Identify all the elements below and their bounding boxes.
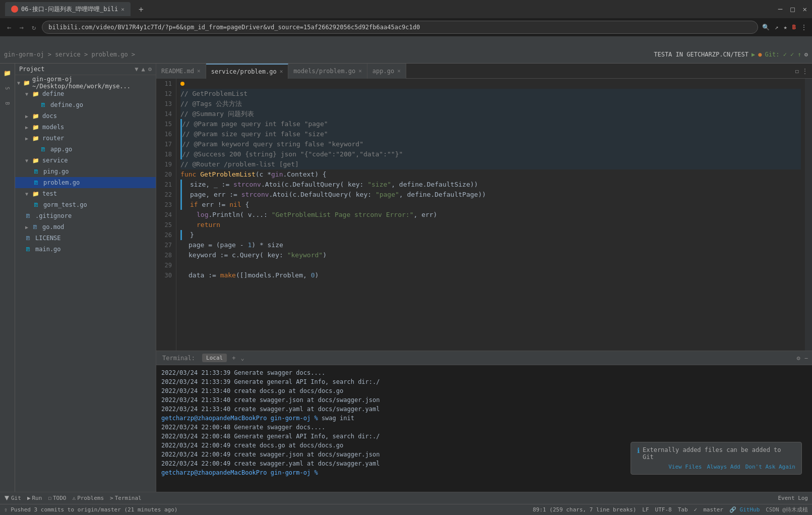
line-num-23: 23 <box>156 200 172 210</box>
err-var: , err) <box>413 210 437 220</box>
tab-app-go-close[interactable]: ✕ <box>397 68 401 74</box>
expand-all-icon[interactable]: ▲ <box>142 66 145 73</box>
todo-icon: ☐ <box>48 495 51 501</box>
search-icon[interactable]: 🔍 <box>762 24 770 31</box>
tab-service-problem-close[interactable]: ✕ <box>280 68 283 75</box>
sidebar-item-license[interactable]: 🖹 LICENSE <box>15 233 156 244</box>
pkg-strconv: strconv <box>233 180 261 190</box>
sidebar-item-gorm-test[interactable]: 🖹 gorm_test.go <box>15 199 156 210</box>
terminal-minimize-icon[interactable]: − <box>804 355 808 362</box>
pkg-log: log <box>197 210 208 220</box>
sidebar-item-define-go[interactable]: 🖹 define.go <box>15 99 156 110</box>
tab-readme-close[interactable]: ✕ <box>197 68 201 74</box>
terminal-bottom-item[interactable]: > Terminal <box>110 495 142 501</box>
todo-bottom-item[interactable]: ☐ TODO <box>48 495 66 501</box>
fn-context: .Context) { <box>283 169 327 180</box>
run-icon: ▶ <box>27 495 31 501</box>
sidebar-item-docs[interactable]: ▶ 📁 docs <box>15 110 156 122</box>
gitignore-label: .gitignore <box>35 212 72 219</box>
tree-item-root[interactable]: ▼ 📁 gin-gorm-oj ~/Desktop/home/work/myse… <box>15 77 156 88</box>
terminal-add-icon[interactable]: + <box>232 355 235 362</box>
line-num-30: 30 <box>156 270 172 280</box>
view-files-link[interactable]: View Files <box>668 464 702 470</box>
code-content[interactable]: // GetProblemList // @Tags 公共方法 // @Summ… <box>176 79 805 351</box>
code-line-26: } <box>180 230 801 240</box>
more-icon[interactable]: ⋮ <box>801 24 807 31</box>
file-icon-app-go: 🖹 <box>40 146 48 153</box>
split-editor-icon[interactable]: ◻ <box>795 68 799 75</box>
gomod-label: go.mod <box>42 223 64 231</box>
window-minimize-icon[interactable]: ─ <box>778 5 782 13</box>
line-num-14: 14 <box>156 109 172 119</box>
project-view-icon[interactable]: 📁 <box>2 68 13 79</box>
sidebar-item-ping-go[interactable]: 🖹 ping.go <box>15 166 156 177</box>
code-line-27: page = (page - 1) * size <box>180 240 801 250</box>
settings-icon[interactable]: ⚙ <box>148 66 152 73</box>
tab-readme[interactable]: README.md ✕ <box>156 64 206 79</box>
window-controls: ─ □ ✕ <box>778 5 807 13</box>
sidebar-item-main-go[interactable]: 🖹 main.go <box>15 244 156 255</box>
bookmarks-icon[interactable]: B <box>2 98 13 109</box>
define-label: define <box>42 90 64 97</box>
code-line-29 <box>180 260 801 270</box>
terminal-title-label: Terminal: <box>160 355 197 362</box>
term-prompt-2: getcharzp@zhaopandeMacBookPro gin-gorm-o… <box>161 469 318 476</box>
sidebar-item-router[interactable]: ▶ 📁 router <box>15 133 156 144</box>
debug-button[interactable]: ● <box>758 51 762 58</box>
run-button[interactable]: ▶ <box>752 51 755 58</box>
always-add-link[interactable]: Always Add <box>707 464 740 470</box>
service-label: service <box>42 157 68 164</box>
more-tabs-icon[interactable]: ⋮ <box>802 68 808 75</box>
event-log-item[interactable]: Event Log <box>778 495 808 501</box>
sidebar-item-gitignore[interactable]: 🖹 .gitignore <box>15 210 156 221</box>
reload-button[interactable]: ↻ <box>30 22 38 32</box>
window-maximize-icon[interactable]: □ <box>790 5 794 13</box>
sidebar-item-test[interactable]: ▼ 📁 test <box>15 188 156 199</box>
bookmark-icon[interactable]: ★ <box>784 24 787 31</box>
editor-scrollbar[interactable] <box>805 79 812 351</box>
tab-close-icon[interactable]: ✕ <box>121 6 124 13</box>
comma2: , define.DefaultPage)) <box>399 190 486 200</box>
sidebar-item-service[interactable]: ▼ 📁 service <box>15 155 156 166</box>
sidebar-item-define[interactable]: ▼ 📁 define <box>15 88 156 99</box>
sidebar-item-models[interactable]: ▶ 📁 models <box>15 122 156 133</box>
code-line-17: // @Param keyword query string false "ke… <box>180 139 801 149</box>
models-folder-icon: 📁 <box>32 124 40 131</box>
tab-models-problem-close[interactable]: ✕ <box>358 68 362 74</box>
encoding: UTF-8 <box>655 506 672 513</box>
terminal-tab-local[interactable]: Local <box>202 354 227 362</box>
tab-service-problem[interactable]: service/problem.go ✕ <box>206 64 289 79</box>
git-bottom-item[interactable]: ⯆ Git <box>4 495 21 501</box>
address-bar[interactable]: bilibili.com/video/BV17R4y1c7Td/?p=6&spm… <box>42 21 758 34</box>
settings-icon[interactable]: ⚙ <box>804 51 808 58</box>
dont-ask-link[interactable]: Don't Ask Again <box>745 464 795 470</box>
tree-arrow-router: ▶ <box>25 136 32 141</box>
forward-button[interactable]: → <box>17 22 25 32</box>
tab-app-go[interactable]: app.go ✕ <box>367 64 406 79</box>
kw-nil: nil <box>229 200 245 210</box>
github-label[interactable]: 🔗 GitHub <box>729 506 760 513</box>
browser-tab[interactable]: 06-接口-问题列表_哔哩哔哩_bili ✕ <box>5 2 131 16</box>
terminal-dropdown-icon[interactable]: ⌄ <box>240 355 244 362</box>
share-icon[interactable]: ↗ <box>775 24 778 31</box>
run-bottom-item[interactable]: ▶ Run <box>27 495 42 501</box>
term-line-3: 2022/03/24 21:33:40 create docs.go at do… <box>161 386 807 395</box>
define-folder-icon: 📁 <box>32 91 40 97</box>
new-tab-button[interactable]: + <box>135 5 148 14</box>
window-close-icon[interactable]: ✕ <box>803 5 807 13</box>
problems-bottom-item[interactable]: ⚠ Problems <box>73 495 104 501</box>
term-line-1: 2022/03/24 21:33:39 Generate swagger doc… <box>161 368 807 377</box>
app-go-label: app.go <box>50 146 72 153</box>
structure-icon[interactable]: S <box>2 83 13 94</box>
sidebar-item-app-go[interactable]: 🖹 app.go <box>15 144 156 155</box>
sidebar-item-gomod[interactable]: ▶ 🖹 go.mod <box>15 221 156 233</box>
sidebar-item-problem-go[interactable]: 🖹 problem.go <box>15 177 156 188</box>
collapse-all-icon[interactable]: ▼ <box>135 66 138 73</box>
models-label: models <box>42 124 64 131</box>
back-button[interactable]: ← <box>5 22 13 32</box>
page-calc: page = (page - <box>189 240 247 250</box>
extension-icon[interactable]: B <box>792 24 796 31</box>
term-line-8: 2022/03/24 22:00:48 Generate general API… <box>161 432 807 441</box>
tab-models-problem[interactable]: models/problem.go ✕ <box>288 64 367 79</box>
terminal-settings-icon[interactable]: ⚙ <box>797 355 800 362</box>
